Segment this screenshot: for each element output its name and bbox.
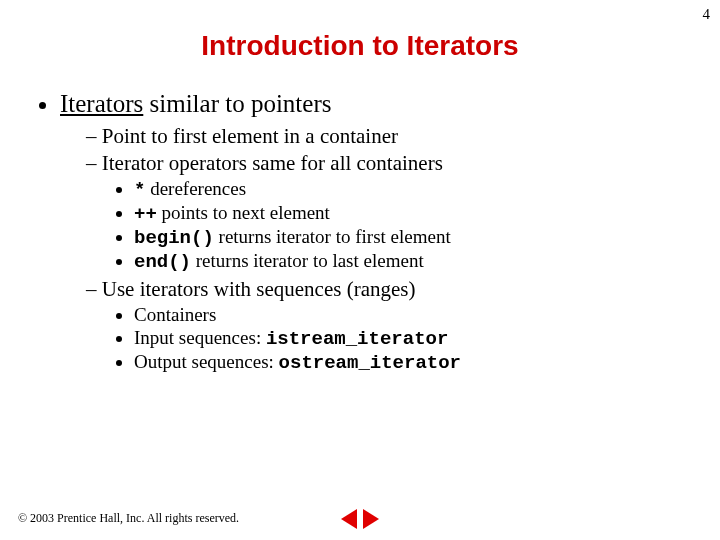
subbullet-3-text: Use iterators with sequences (ranges) bbox=[102, 277, 416, 301]
subbullet-1: Point to first element in a container bbox=[86, 124, 690, 149]
content-area: Iterators similar to pointers Point to f… bbox=[0, 90, 720, 374]
op-star-code: * bbox=[134, 179, 145, 201]
bullet-main: Iterators similar to pointers Point to f… bbox=[60, 90, 690, 374]
bullet-main-rest: similar to pointers bbox=[143, 90, 331, 117]
op-star-text: dereferences bbox=[145, 178, 246, 199]
op-end-code: end() bbox=[134, 251, 191, 273]
bullet-main-strong: Iterators bbox=[60, 90, 143, 117]
op-begin-code: begin() bbox=[134, 227, 214, 249]
seq-input: Input sequences: istream_iterator bbox=[134, 327, 690, 350]
op-begin-text: returns iterator to first element bbox=[214, 226, 451, 247]
subbullet-2: Iterator operators same for all containe… bbox=[86, 151, 690, 273]
seq3-code: ostream_iterator bbox=[279, 352, 461, 374]
prev-arrow-icon[interactable] bbox=[341, 509, 357, 529]
op-plusplus: ++ points to next element bbox=[134, 202, 690, 225]
op-begin: begin() returns iterator to first elemen… bbox=[134, 226, 690, 249]
slide-title: Introduction to Iterators bbox=[0, 30, 720, 62]
seq2-code: istream_iterator bbox=[266, 328, 448, 350]
subbullet-3: Use iterators with sequences (ranges) Co… bbox=[86, 277, 690, 374]
next-arrow-icon[interactable] bbox=[363, 509, 379, 529]
seq3-text: Output sequences: bbox=[134, 351, 279, 372]
op-pp-code: ++ bbox=[134, 203, 157, 225]
op-end-text: returns iterator to last element bbox=[191, 250, 424, 271]
copyright-text: © 2003 Prentice Hall, Inc. All rights re… bbox=[18, 511, 239, 526]
seq-output: Output sequences: ostream_iterator bbox=[134, 351, 690, 374]
footer: © 2003 Prentice Hall, Inc. All rights re… bbox=[18, 511, 702, 526]
subbullet-1-text: Point to first element in a container bbox=[102, 124, 398, 148]
subbullet-2-text: Iterator operators same for all containe… bbox=[102, 151, 443, 175]
seq1-text: Containers bbox=[134, 304, 216, 325]
nav-arrows bbox=[341, 509, 379, 529]
page-number: 4 bbox=[703, 6, 711, 23]
op-end: end() returns iterator to last element bbox=[134, 250, 690, 273]
op-pp-text: points to next element bbox=[157, 202, 330, 223]
seq-containers: Containers bbox=[134, 304, 690, 326]
seq2-text: Input sequences: bbox=[134, 327, 266, 348]
op-star: * dereferences bbox=[134, 178, 690, 201]
